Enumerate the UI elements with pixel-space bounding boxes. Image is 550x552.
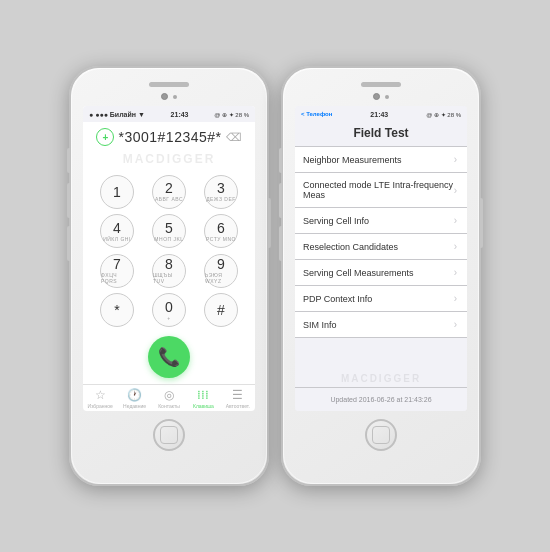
- key-num-1: 1: [113, 185, 121, 199]
- tab-label-0: Избранное: [88, 403, 113, 409]
- tab-icon-2: ◎: [164, 388, 174, 402]
- key-#[interactable]: #: [197, 293, 245, 329]
- key-2[interactable]: 2АБВГ АВС: [145, 174, 193, 210]
- front-camera: [161, 93, 168, 100]
- menu-label-neighbor: Neighbor Measurements: [303, 155, 402, 165]
- fieldtest-title: Field Test: [295, 122, 467, 147]
- key-9[interactable]: 9ЬЭЮЯ WXYZ: [197, 253, 245, 289]
- home-button-inner: [160, 426, 178, 444]
- tab-label-4: Автоответ.: [226, 403, 250, 409]
- chevron-icon-1: ›: [454, 154, 457, 165]
- key-alpha-6: РСТУ MNO: [206, 236, 236, 242]
- key-num-#: #: [217, 303, 225, 317]
- volume-up-button-2[interactable]: [279, 183, 282, 218]
- key-8[interactable]: 8ШЩЪЫ TUV: [145, 253, 193, 289]
- fieldtest-menu: Neighbor Measurements › Connected mode L…: [295, 147, 467, 370]
- key-4[interactable]: 4ИЙКЛ GHI: [93, 214, 141, 250]
- time-label: 21:43: [171, 111, 189, 118]
- tab-item-0[interactable]: ☆Избранное: [83, 388, 117, 409]
- fieldtest-screen: < Телефон 21:43 @ ⊕ ✦ 28 % Field Test Ne…: [295, 106, 467, 411]
- key-num-3: 3: [217, 181, 225, 195]
- status-icons: @ ⊕ ✦ 28 %: [214, 111, 249, 118]
- tab-label-1: Недавние: [123, 403, 146, 409]
- power-button[interactable]: [268, 198, 271, 248]
- key-alpha-3: ДЕЖЗ DEF: [206, 196, 236, 202]
- tab-icon-4: ☰: [232, 388, 243, 402]
- tab-item-2[interactable]: ◎Контакты: [152, 388, 186, 409]
- key-alpha-0: +: [167, 315, 170, 321]
- key-6[interactable]: 6РСТУ MNO: [197, 214, 245, 250]
- carrier-label: ● ●●● Билайн ▼: [89, 111, 145, 118]
- status-icons-2: @ ⊕ ✦ 28 %: [426, 111, 461, 118]
- key-3[interactable]: 3ДЕЖЗ DEF: [197, 174, 245, 210]
- mute-button[interactable]: [67, 148, 70, 173]
- proximity-sensor-2: [385, 95, 389, 99]
- status-bar-fieldtest: < Телефон 21:43 @ ⊕ ✦ 28 %: [295, 106, 467, 122]
- key-num-5: 5: [165, 221, 173, 235]
- menu-label-serving-meas: Serving Cell Measurements: [303, 268, 414, 278]
- key-alpha-5: МНОП JKL: [154, 236, 183, 242]
- back-button[interactable]: < Телефон: [301, 111, 332, 117]
- menu-label-pdp: PDP Context Info: [303, 294, 372, 304]
- menu-item-connected[interactable]: Connected mode LTE Intra-frequency Meas …: [295, 173, 467, 208]
- key-alpha-8: ШЩЪЫ TUV: [153, 272, 185, 284]
- home-button[interactable]: [153, 419, 185, 451]
- key-1[interactable]: 1: [93, 174, 141, 210]
- key-num-6: 6: [217, 221, 225, 235]
- menu-item-serving-info[interactable]: Serving Cell Info ›: [295, 208, 467, 234]
- key-alpha-4: ИЙКЛ GHI: [103, 236, 131, 242]
- dialed-number: *3001#12345#*: [118, 129, 221, 145]
- menu-item-pdp[interactable]: PDP Context Info ›: [295, 286, 467, 312]
- dialer-input-row: + *3001#12345#* ⌫: [83, 122, 255, 148]
- menu-label-reselection: Reselection Candidates: [303, 242, 398, 252]
- chevron-icon-7: ›: [454, 319, 457, 330]
- key-num-2: 2: [165, 181, 173, 195]
- tab-label-2: Контакты: [158, 403, 180, 409]
- key-5[interactable]: 5МНОП JKL: [145, 214, 193, 250]
- plus-icon: +: [103, 132, 109, 143]
- key-7[interactable]: 7ФХЦЧ PQRS: [93, 253, 141, 289]
- chevron-icon-2: ›: [454, 185, 457, 196]
- volume-down-button-2[interactable]: [279, 226, 282, 261]
- power-button-2[interactable]: [480, 198, 483, 248]
- call-button[interactable]: 📞: [148, 336, 190, 378]
- menu-label-sim: SIM Info: [303, 320, 337, 330]
- delete-button[interactable]: ⌫: [226, 131, 242, 144]
- key-alpha-7: ФХЦЧ PQRS: [101, 272, 133, 284]
- phone-icon: 📞: [158, 346, 180, 368]
- time-label-2: 21:43: [370, 111, 388, 118]
- menu-item-reselection[interactable]: Reselection Candidates ›: [295, 234, 467, 260]
- watermark-dialer: MACDIGGER: [83, 152, 255, 166]
- key-num-8: 8: [165, 257, 173, 271]
- volume-down-button[interactable]: [67, 226, 70, 261]
- watermark-fieldtest: MACDIGGER: [295, 370, 467, 387]
- chevron-icon-5: ›: [454, 267, 457, 278]
- footer-updated: Updated 2016-06-26 at 21:43:26: [295, 387, 467, 411]
- key-0[interactable]: 0+: [145, 293, 193, 329]
- front-camera-2: [373, 93, 380, 100]
- add-contact-button[interactable]: +: [96, 128, 114, 146]
- volume-up-button[interactable]: [67, 183, 70, 218]
- speaker-grill-2: [361, 82, 401, 87]
- key-num-*: *: [114, 303, 119, 317]
- tab-item-1[interactable]: 🕐Недавние: [117, 388, 151, 409]
- key-*[interactable]: *: [93, 293, 141, 329]
- status-bar-dialer: ● ●●● Билайн ▼ 21:43 @ ⊕ ✦ 28 %: [83, 106, 255, 122]
- tab-bar: ☆Избранное🕐Недавние◎Контакты⁞⁞⁞Клавиша☰А…: [83, 384, 255, 411]
- phone-fieldtest: < Телефон 21:43 @ ⊕ ✦ 28 % Field Test Ne…: [281, 66, 481, 486]
- keypad: 12АБВГ АВС3ДЕЖЗ DEF4ИЙКЛ GHI5МНОП JKL6РС…: [83, 170, 255, 332]
- tab-item-3[interactable]: ⁞⁞⁞Клавиша: [186, 388, 220, 409]
- key-num-4: 4: [113, 221, 121, 235]
- menu-item-neighbor[interactable]: Neighbor Measurements ›: [295, 147, 467, 173]
- chevron-icon-4: ›: [454, 241, 457, 252]
- key-alpha-9: ЬЭЮЯ WXYZ: [205, 272, 237, 284]
- home-button-2[interactable]: [365, 419, 397, 451]
- menu-item-serving-meas[interactable]: Serving Cell Measurements ›: [295, 260, 467, 286]
- menu-label-connected: Connected mode LTE Intra-frequency Meas: [303, 180, 454, 200]
- home-button-inner-2: [372, 426, 390, 444]
- tab-item-4[interactable]: ☰Автоответ.: [221, 388, 255, 409]
- dialer-screen: ● ●●● Билайн ▼ 21:43 @ ⊕ ✦ 28 % + *3001#…: [83, 106, 255, 411]
- key-alpha-2: АБВГ АВС: [155, 196, 183, 202]
- menu-item-sim[interactable]: SIM Info ›: [295, 312, 467, 338]
- mute-button-2[interactable]: [279, 148, 282, 173]
